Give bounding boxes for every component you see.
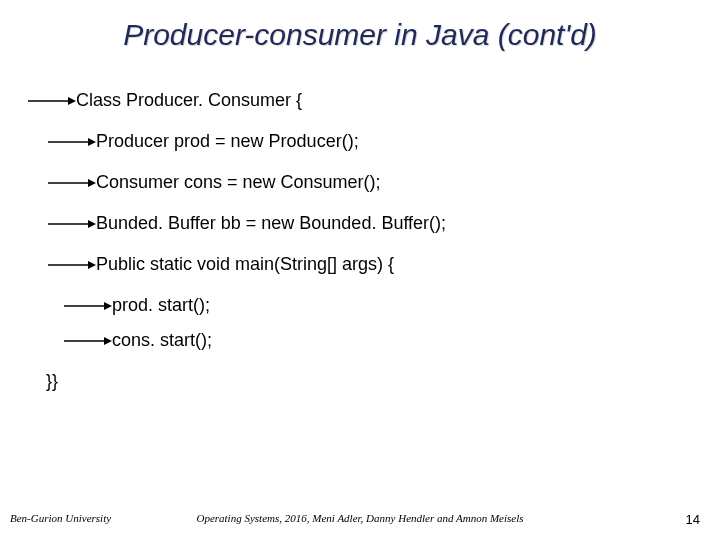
footer-left: Ben-Gurion University xyxy=(10,512,111,524)
arrow-icon xyxy=(64,336,112,346)
arrow-icon xyxy=(48,260,96,270)
code-text: Class Producer. Consumer { xyxy=(76,90,302,111)
arrow-icon xyxy=(28,96,76,106)
arrow-icon xyxy=(48,178,96,188)
code-line: Producer prod = new Producer(); xyxy=(48,131,720,152)
code-text: prod. start(); xyxy=(112,295,210,316)
code-text: cons. start(); xyxy=(112,330,212,351)
code-line: Class Producer. Consumer { xyxy=(28,90,720,111)
svg-marker-3 xyxy=(88,138,96,146)
slide-title: Producer-consumer in Java (cont'd) xyxy=(0,0,720,62)
svg-marker-7 xyxy=(88,220,96,228)
code-text: Consumer cons = new Consumer(); xyxy=(96,172,381,193)
svg-marker-1 xyxy=(68,97,76,105)
code-line: cons. start(); xyxy=(64,330,720,351)
arrow-icon xyxy=(48,219,96,229)
slide-footer: Ben-Gurion University Operating Systems,… xyxy=(0,512,720,524)
code-line: Consumer cons = new Consumer(); xyxy=(48,172,720,193)
arrow-icon xyxy=(48,137,96,147)
code-text: Producer prod = new Producer(); xyxy=(96,131,359,152)
svg-marker-9 xyxy=(88,261,96,269)
code-line: Bunded. Buffer bb = new Bounded. Buffer(… xyxy=(48,213,720,234)
svg-marker-11 xyxy=(104,302,112,310)
code-text: Public static void main(String[] args) { xyxy=(96,254,394,275)
code-line: prod. start(); xyxy=(64,295,720,316)
slide-number: 14 xyxy=(686,512,700,527)
code-line: }} xyxy=(46,371,720,392)
code-line: Public static void main(String[] args) { xyxy=(48,254,720,275)
svg-marker-5 xyxy=(88,179,96,187)
code-block: Class Producer. Consumer { Producer prod… xyxy=(0,62,720,392)
code-text: }} xyxy=(46,371,58,392)
code-text: Bunded. Buffer bb = new Bounded. Buffer(… xyxy=(96,213,446,234)
svg-marker-13 xyxy=(104,337,112,345)
arrow-icon xyxy=(64,301,112,311)
